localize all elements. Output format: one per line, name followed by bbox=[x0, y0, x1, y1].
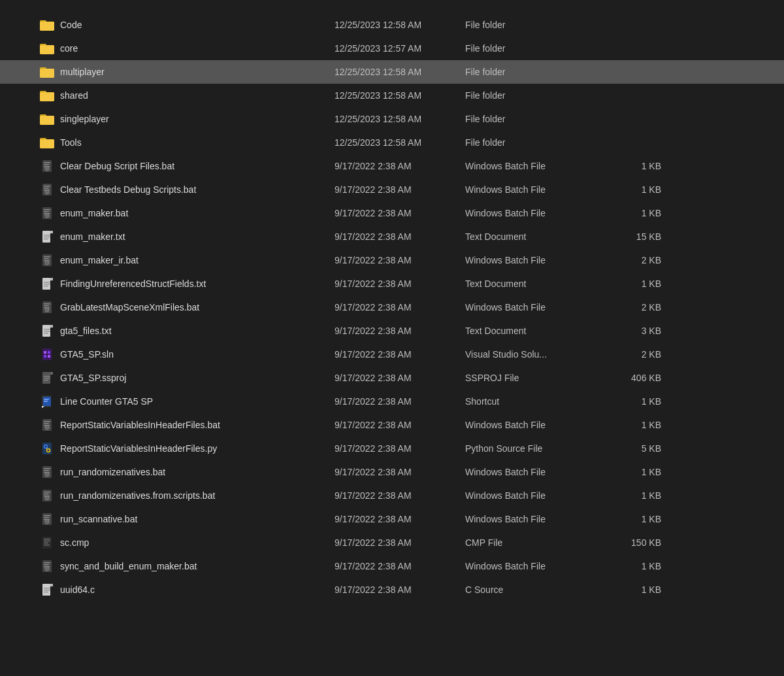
svg-point-133 bbox=[46, 521, 48, 522]
file-date: 9/17/2022 2:38 AM bbox=[335, 255, 465, 265]
file-type: Windows Batch File bbox=[465, 561, 609, 571]
file-size: 2 KB bbox=[609, 302, 661, 313]
file-type: Windows Batch File bbox=[465, 184, 609, 195]
svg-rect-139 bbox=[44, 541, 50, 541]
svg-rect-49 bbox=[44, 237, 50, 237]
file-size: 5 KB bbox=[609, 443, 661, 454]
file-date: 9/17/2022 2:38 AM bbox=[335, 561, 465, 571]
table-row[interactable]: Code 12/25/2023 12:58 AM File folder bbox=[0, 13, 784, 37]
table-row[interactable]: shared 12/25/2023 12:58 AM File folder bbox=[0, 84, 784, 107]
file-name: sync_and_build_enum_maker.bat bbox=[60, 561, 335, 571]
lnk-icon bbox=[39, 394, 55, 409]
table-row[interactable]: enum_maker.txt 9/17/2022 2:38 AM Text Do… bbox=[0, 225, 784, 248]
svg-rect-85 bbox=[48, 355, 50, 358]
svg-rect-8 bbox=[40, 69, 54, 78]
txt-icon bbox=[39, 229, 55, 245]
svg-rect-37 bbox=[44, 209, 50, 211]
svg-point-41 bbox=[46, 215, 48, 216]
file-type: Shortcut bbox=[465, 396, 609, 407]
table-row[interactable]: GTA5_SP.ssproj 9/17/2022 2:38 AM SSPROJ … bbox=[0, 366, 784, 390]
py-icon bbox=[39, 441, 55, 456]
file-name: sc.cmp bbox=[60, 537, 335, 548]
bat-icon bbox=[39, 511, 55, 527]
table-row[interactable]: singleplayer 12/25/2023 12:58 AM File fo… bbox=[0, 107, 784, 131]
file-name: Clear Debug Script Files.bat bbox=[60, 161, 335, 171]
svg-rect-82 bbox=[44, 351, 46, 354]
svg-rect-121 bbox=[44, 494, 49, 495]
table-row[interactable]: Line Counter GTA5 SP 9/17/2022 2:38 AM S… bbox=[0, 390, 784, 413]
file-date: 9/17/2022 2:38 AM bbox=[335, 490, 465, 501]
table-row[interactable]: gta5_files.txt 9/17/2022 2:38 AM Text Do… bbox=[0, 319, 784, 343]
file-size: 1 KB bbox=[609, 396, 661, 407]
svg-rect-38 bbox=[44, 211, 49, 212]
file-size: 2 KB bbox=[609, 255, 661, 265]
svg-rect-90 bbox=[44, 378, 50, 379]
table-row[interactable]: multiplayer 12/25/2023 12:58 AM File fol… bbox=[0, 60, 784, 84]
table-row[interactable]: run_scannative.bat 9/17/2022 2:38 AM Win… bbox=[0, 507, 784, 531]
file-date: 9/17/2022 2:38 AM bbox=[335, 584, 465, 595]
svg-point-102 bbox=[46, 427, 48, 428]
file-name: gta5_files.txt bbox=[60, 326, 335, 336]
folder-icon bbox=[39, 111, 55, 127]
svg-point-32 bbox=[46, 192, 48, 193]
svg-rect-91 bbox=[44, 380, 48, 380]
file-size: 1 KB bbox=[609, 184, 661, 195]
table-row[interactable]: core 12/25/2023 12:57 AM File folder bbox=[0, 37, 784, 60]
bat-icon bbox=[39, 182, 55, 197]
table-row[interactable]: enum_maker.bat 9/17/2022 2:38 AM Windows… bbox=[0, 201, 784, 225]
file-type: Windows Batch File bbox=[465, 467, 609, 477]
table-row[interactable]: uuid64.c 9/17/2022 2:38 AM C Source 1 KB bbox=[0, 578, 784, 601]
svg-rect-156 bbox=[44, 592, 48, 592]
folder-icon bbox=[39, 64, 55, 80]
table-row[interactable]: run_randomizenatives.bat 9/17/2022 2:38 … bbox=[0, 460, 784, 484]
table-row[interactable]: Clear Testbeds Debug Scripts.bat 9/17/20… bbox=[0, 178, 784, 201]
table-row[interactable]: run_randomizenatives.from.scripts.bat 9/… bbox=[0, 484, 784, 507]
svg-rect-79 bbox=[44, 331, 50, 331]
table-row[interactable]: Tools 12/25/2023 12:58 AM File folder bbox=[0, 131, 784, 154]
table-row[interactable]: sc.cmp 9/17/2022 2:38 AM CMP File 150 KB bbox=[0, 531, 784, 554]
file-list: Code 12/25/2023 12:58 AM File folder cor… bbox=[0, 13, 784, 601]
file-size: 1 KB bbox=[609, 490, 661, 501]
file-size: 150 KB bbox=[609, 537, 661, 548]
file-date: 9/17/2022 2:38 AM bbox=[335, 514, 465, 524]
file-type: File folder bbox=[465, 43, 609, 54]
bat-icon bbox=[39, 417, 55, 433]
file-type: Windows Batch File bbox=[465, 161, 609, 171]
table-row[interactable]: GTA5_SP.sln 9/17/2022 2:38 AM Visual Stu… bbox=[0, 343, 784, 366]
svg-rect-63 bbox=[44, 282, 50, 282]
file-name: singleplayer bbox=[60, 114, 335, 124]
svg-point-71 bbox=[46, 309, 48, 311]
bat-icon bbox=[39, 252, 55, 268]
file-type: File folder bbox=[465, 137, 609, 148]
table-row[interactable]: FindingUnreferencedStructFields.txt 9/17… bbox=[0, 272, 784, 296]
svg-rect-88 bbox=[50, 372, 53, 375]
file-size: 2 KB bbox=[609, 349, 661, 360]
svg-rect-155 bbox=[44, 590, 50, 590]
svg-rect-111 bbox=[44, 468, 50, 469]
table-row[interactable]: GrabLatestMapSceneXmlFiles.bat 9/17/2022… bbox=[0, 296, 784, 319]
table-row[interactable]: sync_and_build_enum_maker.bat 9/17/2022 … bbox=[0, 554, 784, 578]
table-row[interactable]: enum_maker_ir.bat 9/17/2022 2:38 AM Wind… bbox=[0, 248, 784, 272]
svg-rect-65 bbox=[44, 286, 48, 286]
svg-rect-120 bbox=[44, 492, 50, 493]
file-name: run_randomizenatives.from.scripts.bat bbox=[60, 490, 335, 501]
file-date: 9/17/2022 2:38 AM bbox=[335, 373, 465, 383]
file-name: multiplayer bbox=[60, 67, 335, 77]
folder-icon bbox=[39, 41, 55, 56]
file-date: 9/17/2022 2:38 AM bbox=[335, 420, 465, 430]
txt-icon bbox=[39, 323, 55, 339]
file-date: 9/17/2022 2:38 AM bbox=[335, 279, 465, 289]
folder-icon bbox=[39, 88, 55, 103]
file-name: Line Counter GTA5 SP bbox=[60, 396, 335, 407]
table-row[interactable]: ReportStaticVariablesInHeaderFiles.bat 9… bbox=[0, 413, 784, 437]
svg-point-23 bbox=[46, 168, 48, 169]
table-row[interactable]: ReportStaticVariablesInHeaderFiles.py 9/… bbox=[0, 437, 784, 460]
txt-icon bbox=[39, 276, 55, 292]
table-row[interactable]: Clear Debug Script Files.bat 9/17/2022 2… bbox=[0, 154, 784, 178]
file-name: ReportStaticVariablesInHeaderFiles.py bbox=[60, 443, 335, 454]
svg-rect-29 bbox=[44, 188, 49, 189]
file-type: Text Document bbox=[465, 279, 609, 289]
svg-rect-144 bbox=[44, 564, 49, 566]
bat-icon bbox=[39, 158, 55, 174]
svg-rect-78 bbox=[44, 329, 50, 330]
